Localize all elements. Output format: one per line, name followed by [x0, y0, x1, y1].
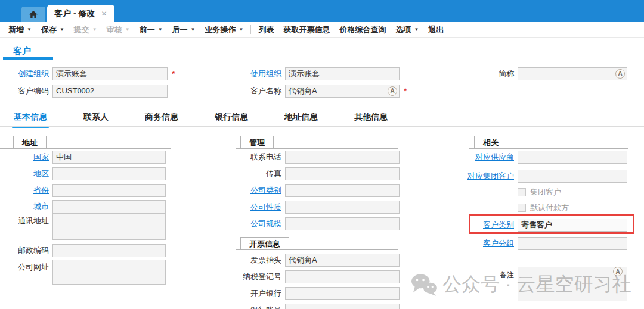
caret-down-icon[interactable]: ▼ [60, 27, 64, 32]
bank-input[interactable] [285, 287, 400, 300]
tax-reg-no-input[interactable] [285, 270, 400, 283]
create-org-input[interactable]: 演示账套 [52, 67, 168, 80]
field-province: 省份 [0, 184, 166, 197]
checkbox-icon[interactable] [518, 204, 526, 212]
comm-address-label: 通讯地址 [0, 215, 49, 227]
home-tab[interactable] [21, 7, 45, 22]
window-tab-bar: 客户 - 修改 ✕ [0, 0, 644, 22]
short-name-input[interactable]: A [518, 67, 627, 80]
phone-input[interactable] [285, 151, 400, 164]
tab-address-info[interactable]: 地址信息 [283, 112, 320, 128]
company-nature-input[interactable] [285, 201, 400, 214]
company-category-label[interactable]: 公司类别 [236, 185, 281, 196]
create-org-label[interactable]: 创建组织 [0, 68, 49, 80]
list-button[interactable]: 列表 [253, 24, 278, 35]
caret-down-icon[interactable]: ▼ [239, 27, 244, 32]
field-customer-category: 客户类别 寄售客户 [464, 219, 627, 232]
field-customer-group: 客户分组 [464, 237, 627, 250]
region-label[interactable]: 地区 [0, 168, 49, 180]
get-invoice-info-button[interactable]: 获取开票信息 [278, 24, 335, 35]
submit-button[interactable]: 提交▼ [69, 24, 102, 35]
tab-business-info[interactable]: 商务信息 [143, 112, 180, 128]
country-label[interactable]: 国家 [0, 151, 49, 163]
use-org-input[interactable]: 演示账套 [285, 67, 400, 80]
caret-down-icon[interactable]: ▼ [27, 27, 32, 32]
customer-group-input[interactable] [518, 237, 627, 250]
caret-down-icon[interactable]: ▼ [191, 27, 196, 32]
field-company-scale: 公司规模 [236, 217, 400, 230]
tab-contacts[interactable]: 联系人 [82, 112, 110, 128]
customer-group-label[interactable]: 客户分组 [464, 238, 514, 249]
invoice-title-input[interactable]: 代销商A [285, 254, 400, 267]
company-scale-input[interactable] [285, 217, 400, 230]
tax-reg-no-label: 纳税登记号 [236, 271, 281, 283]
section-address: 地址 [13, 136, 47, 148]
bank-account-input[interactable] [285, 304, 400, 309]
auto-translate-icon[interactable]: A [615, 69, 625, 79]
caret-down-icon[interactable]: ▼ [158, 27, 163, 32]
new-button[interactable]: 新增▼ [4, 24, 36, 35]
bank-account-label: 银行账号 [236, 304, 281, 309]
detail-tabs: 基本信息 联系人 商务信息 银行信息 地址信息 其他信息 [12, 112, 389, 128]
auto-translate-icon[interactable]: A [388, 86, 397, 96]
save-button[interactable]: 保存▼ [36, 24, 69, 35]
toolbar-separator [250, 25, 251, 34]
group-customer-ref-input[interactable] [518, 170, 627, 183]
price-query-button[interactable]: 价格综合查询 [335, 24, 391, 35]
customer-code-label: 客户编码 [0, 85, 49, 97]
section-invoice-info: 开票信息 [240, 237, 289, 249]
tab-bank-info[interactable]: 银行信息 [213, 112, 250, 128]
tab-close-icon[interactable]: ✕ [101, 10, 107, 18]
field-create-org: 创建组织 演示账套 * [0, 67, 175, 80]
tab-title: 客户 - 修改 [54, 8, 95, 19]
short-name-label: 简称 [464, 68, 514, 80]
required-marker: * [172, 69, 175, 79]
audit-button[interactable]: 审核▼ [102, 24, 135, 35]
next-button[interactable]: 后一▼ [168, 24, 200, 35]
supplier-label[interactable]: 对应供应商 [464, 151, 514, 163]
company-category-input[interactable] [285, 184, 400, 197]
comm-address-input[interactable] [52, 213, 166, 240]
page-title: 客户 [13, 46, 31, 57]
customer-name-label: 客户名称 [236, 85, 281, 97]
country-input[interactable]: 中国 [52, 151, 166, 164]
fax-input[interactable] [285, 167, 400, 180]
company-scale-label[interactable]: 公司规模 [236, 218, 281, 230]
city-label[interactable]: 城市 [0, 201, 49, 213]
tab-customer-modify[interactable]: 客户 - 修改 ✕ [47, 5, 114, 22]
tab-basic-info[interactable]: 基本信息 [12, 112, 49, 128]
website-input[interactable] [52, 260, 166, 285]
customer-category-input[interactable]: 寄售客户 [518, 219, 627, 232]
auto-translate-icon[interactable]: A [613, 267, 623, 276]
province-label[interactable]: 省份 [0, 185, 49, 196]
business-operations-button[interactable]: 业务操作▼ [200, 24, 249, 35]
tab-other-info[interactable]: 其他信息 [352, 112, 389, 128]
field-invoice-title: 发票抬头 代销商A [236, 254, 400, 267]
caret-down-icon[interactable]: ▼ [414, 27, 419, 32]
city-input[interactable] [52, 200, 166, 213]
customer-name-input[interactable]: 代销商A A [285, 85, 400, 98]
postal-code-input[interactable] [52, 244, 166, 257]
website-label: 公司网址 [0, 261, 49, 273]
options-button[interactable]: 选项▼ [391, 24, 423, 35]
checkbox-default-payer[interactable]: 默认付款方 [518, 202, 569, 213]
checkbox-icon[interactable] [518, 188, 526, 196]
checkbox-group-customer[interactable]: 集团客户 [518, 187, 561, 198]
customer-category-label[interactable]: 客户类别 [464, 219, 514, 231]
use-org-label[interactable]: 使用组织 [236, 68, 281, 80]
region-input[interactable] [52, 167, 166, 180]
supplier-input[interactable] [518, 151, 627, 164]
field-remark: 备注 [464, 267, 627, 301]
caret-down-icon: ▼ [92, 27, 97, 32]
toolbar: 新增▼ 保存▼ 提交▼ 审核▼ 前一▼ 后一▼ 业务操作▼ 列表 获取开票信息 … [0, 22, 644, 38]
checkbox-group-customer-label: 集团客户 [530, 187, 561, 198]
previous-button[interactable]: 前一▼ [135, 24, 168, 35]
province-input[interactable] [52, 184, 166, 197]
customer-code-input[interactable]: CUST0002 [52, 85, 168, 98]
remark-input[interactable] [518, 267, 627, 301]
field-company-nature: 公司性质 [236, 201, 400, 214]
company-nature-label[interactable]: 公司性质 [236, 201, 281, 213]
section-management: 管理 [240, 136, 274, 148]
exit-button[interactable]: 退出 [423, 24, 448, 35]
group-customer-ref-label[interactable]: 对应集团客户 [464, 170, 514, 182]
